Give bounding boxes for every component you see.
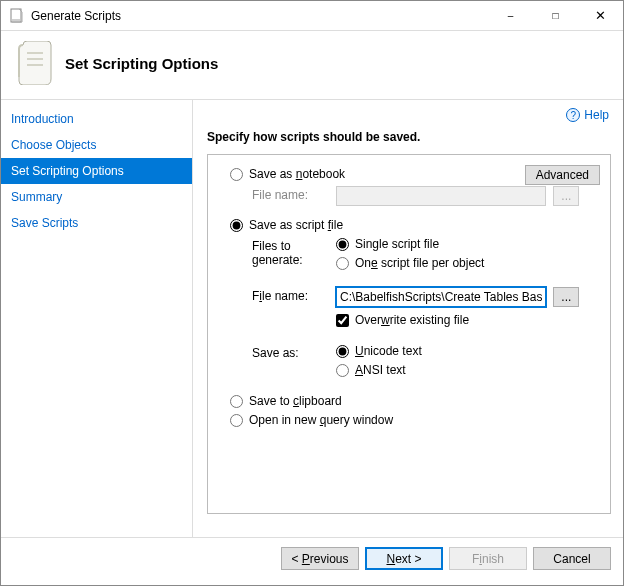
unicode-text-label: Unicode text	[355, 344, 422, 358]
unicode-text-radio[interactable]	[336, 345, 349, 358]
maximize-button[interactable]: □	[533, 1, 578, 31]
cancel-button[interactable]: Cancel	[533, 547, 611, 570]
notebook-filename-input	[336, 186, 546, 206]
help-icon: ?	[566, 108, 580, 122]
wizard-header: Set Scripting Options	[1, 31, 623, 99]
script-filename-input[interactable]	[336, 287, 546, 307]
main-panel: ? Help Specify how scripts should be sav…	[193, 100, 623, 537]
script-browse-button[interactable]: ...	[553, 287, 579, 307]
save-as-notebook-radio[interactable]	[230, 168, 243, 181]
app-icon	[9, 8, 25, 24]
window-title: Generate Scripts	[31, 9, 488, 23]
one-file-per-object-radio[interactable]	[336, 257, 349, 270]
sidebar-item-summary[interactable]: Summary	[1, 184, 192, 210]
page-title: Set Scripting Options	[65, 55, 218, 72]
save-as-script-row: Save as script file	[230, 218, 598, 232]
ansi-text-label: ANSI text	[355, 363, 406, 377]
wizard-sidebar: Introduction Choose Objects Set Scriptin…	[1, 100, 193, 537]
save-as-notebook-label: Save as notebook	[249, 167, 345, 181]
one-file-per-object-label: One script file per object	[355, 256, 484, 270]
open-new-query-label: Open in new query window	[249, 413, 393, 427]
help-link[interactable]: ? Help	[566, 108, 609, 122]
close-button[interactable]: ✕	[578, 1, 623, 31]
save-to-clipboard-radio[interactable]	[230, 395, 243, 408]
save-to-clipboard-label: Save to clipboard	[249, 394, 342, 408]
sidebar-item-introduction[interactable]: Introduction	[1, 106, 192, 132]
minimize-button[interactable]: –	[488, 1, 533, 31]
sidebar-item-set-scripting-options[interactable]: Set Scripting Options	[1, 158, 192, 184]
finish-button: Finish	[449, 547, 527, 570]
notebook-filename-label: File name:	[252, 186, 336, 206]
open-new-query-row: Open in new query window	[230, 413, 598, 427]
next-button[interactable]: Next >	[365, 547, 443, 570]
help-label: Help	[584, 108, 609, 122]
save-as-encoding-label: Save as:	[252, 344, 336, 382]
files-to-generate-label: Files to generate:	[252, 237, 336, 275]
single-script-file-label: Single script file	[355, 237, 439, 251]
advanced-button[interactable]: Advanced	[525, 165, 600, 185]
script-page-icon	[17, 41, 53, 85]
instruction-text: Specify how scripts should be saved.	[207, 130, 611, 144]
sidebar-item-choose-objects[interactable]: Choose Objects	[1, 132, 192, 158]
sidebar-item-save-scripts[interactable]: Save Scripts	[1, 210, 192, 236]
save-as-script-file-label: Save as script file	[249, 218, 343, 232]
wizard-footer: < PPreviousrevious Next > Finish Cancel	[1, 537, 623, 579]
svg-rect-1	[12, 19, 20, 21]
save-to-clipboard-row: Save to clipboard	[230, 394, 598, 408]
overwrite-existing-checkbox[interactable]	[336, 314, 349, 327]
open-new-query-radio[interactable]	[230, 414, 243, 427]
overwrite-existing-label: Overwrite existing file	[355, 313, 469, 327]
save-as-script-file-radio[interactable]	[230, 219, 243, 232]
previous-button[interactable]: < PPreviousrevious	[281, 547, 359, 570]
single-script-file-radio[interactable]	[336, 238, 349, 251]
script-filename-label: File name:	[252, 287, 336, 332]
ansi-text-radio[interactable]	[336, 364, 349, 377]
options-groupbox: Advanced Save as notebook File name: ...…	[207, 154, 611, 514]
titlebar: Generate Scripts – □ ✕	[1, 1, 623, 31]
notebook-browse-button: ...	[553, 186, 579, 206]
